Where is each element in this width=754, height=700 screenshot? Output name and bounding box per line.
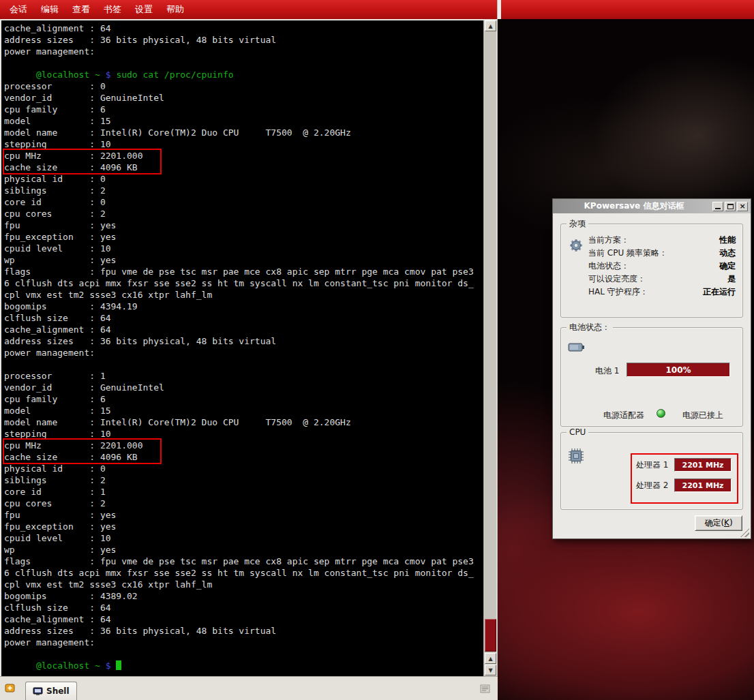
misc-row: HAL 守护程序：正在运行 <box>588 286 736 299</box>
maximize-icon <box>727 204 734 209</box>
terminal-line: address sizes : 36 bits physical, 48 bit… <box>4 625 483 637</box>
terminal-cursor <box>116 660 121 670</box>
misc-value: 性能 <box>719 234 736 246</box>
misc-value: 正在运行 <box>703 286 736 298</box>
terminal-line: 6 clflush dts acpi mmx fxsr sse sse2 ss … <box>4 277 483 289</box>
prompt-symbol: $ <box>100 660 116 671</box>
new-session-button[interactable] <box>2 680 18 697</box>
battery-icon <box>568 340 586 356</box>
tab-label: Shell <box>46 686 70 696</box>
tab-shell[interactable]: Shell <box>25 682 77 700</box>
close-button[interactable]: × <box>737 202 748 211</box>
terminal-line: model name : Intel(R) Core(TM)2 Duo CPU … <box>4 127 483 138</box>
misc-value: 动态 <box>719 247 736 259</box>
terminal-line: model : 15 <box>4 115 483 127</box>
dialog-titlebar[interactable]: KPowersave 信息对话框 × <box>553 199 751 213</box>
terminal-line: power management: <box>4 46 483 57</box>
cpu-freq-bar: 2201 MHz <box>674 478 732 492</box>
menu-item[interactable]: 查看 <box>65 0 97 19</box>
terminal-line: wp : yes <box>4 254 483 266</box>
terminal-line: vendor_id : GenuineIntel <box>4 92 483 104</box>
terminal-line <box>4 57 483 69</box>
terminal-line: fpu_exception : yes <box>4 521 483 532</box>
terminal-line: cpu family : 6 <box>4 393 483 405</box>
misc-row: 当前 CPU 频率策略：动态 <box>588 247 736 260</box>
battery-legend: 电池状态： <box>567 322 613 333</box>
session-list-button[interactable] <box>477 681 494 697</box>
maximize-button[interactable] <box>725 202 736 211</box>
terminal-line: physical id : 0 <box>4 463 483 474</box>
cpu-freq-bar: 2201 MHz <box>674 458 732 472</box>
cpu-group: CPU 处理器 12201 MHz处理器 22201 MHz <box>560 432 743 510</box>
terminal-screen[interactable]: cache_alignment : 64address sizes : 36 b… <box>1 20 483 676</box>
prompt-host: @localhost ~ <box>36 70 100 80</box>
terminal-line: bogomips : 4389.02 <box>4 590 483 602</box>
new-session-icon <box>4 682 16 695</box>
ok-button[interactable]: 确定(K) <box>695 515 742 531</box>
triangle-down-icon: ▼ <box>488 667 492 673</box>
terminal-line: 6 clflush dts acpi mmx fxsr sse sse2 ss … <box>4 567 483 579</box>
misc-label: HAL 守护程序： <box>588 286 648 298</box>
prompt-command: sudo cat /proc/cpuinfo <box>116 70 233 80</box>
menu-item[interactable]: 编辑 <box>34 0 65 19</box>
cpu-legend: CPU <box>567 427 588 438</box>
terminal-line: address sizes : 36 bits physical, 48 bit… <box>4 335 483 347</box>
terminal-line: core id : 0 <box>4 196 483 208</box>
menu-item[interactable]: 会话 <box>3 0 34 19</box>
minimize-icon <box>715 208 721 209</box>
misc-legend: 杂项 <box>567 219 588 229</box>
scrollbar-track[interactable] <box>485 31 496 619</box>
terminal-line: fpu_exception : yes <box>4 231 483 243</box>
kpowersave-dialog: KPowersave 信息对话框 × 杂项 当前方案：性能当前 CPU 频率策略… <box>552 198 751 539</box>
cpu-freq-value: 2201 MHz <box>682 481 724 490</box>
terminal-line: stepping : 10 <box>4 138 483 150</box>
misc-value: 是 <box>727 273 736 285</box>
terminal-line: @localhost ~ $ sudo cat /proc/cpuinfo <box>4 69 483 80</box>
menu-item[interactable]: 书签 <box>97 0 128 19</box>
close-icon: × <box>739 202 745 210</box>
terminal-line: address sizes : 36 bits physical, 48 bit… <box>4 34 483 46</box>
terminal-line: flags : fpu vme de pse tsc msr pae mce c… <box>4 266 483 277</box>
terminal-scrollbar[interactable]: ▲ ▲ ▼ <box>483 20 496 676</box>
terminal-line: siblings : 2 <box>4 474 483 486</box>
menu-item[interactable]: 帮助 <box>160 0 191 19</box>
terminal-line: cpuid level : 10 <box>4 532 483 544</box>
scroll-up-button[interactable]: ▲ <box>485 20 496 31</box>
triangle-up-icon: ▲ <box>488 656 492 662</box>
scrollbar-thumb[interactable] <box>485 619 496 652</box>
prompt-user <box>4 660 36 671</box>
terminal-line: power management: <box>4 347 483 359</box>
ok-label: 确定(K) <box>704 518 732 528</box>
cpu-rows: 处理器 12201 MHz处理器 22201 MHz <box>636 457 732 498</box>
prompt-host: @localhost ~ <box>36 660 100 671</box>
scroll-up-button-bottom[interactable]: ▲ <box>485 653 496 664</box>
minimize-button[interactable] <box>712 202 723 211</box>
terminal-line: wp : yes <box>4 544 483 556</box>
misc-row: 当前方案：性能 <box>588 234 736 247</box>
terminal-line: cache_alignment : 64 <box>4 22 483 34</box>
battery-group: 电池状态： 电池 1 100% 电源适配器 电源已接上 <box>560 327 743 427</box>
terminal-line: stepping : 10 <box>4 428 483 440</box>
terminal-line: model name : Intel(R) Core(TM)2 Duo CPU … <box>4 416 483 428</box>
triangle-up-icon: ▲ <box>488 23 492 29</box>
processor-label: 处理器 2 <box>636 480 672 491</box>
terminal-line: flags : fpu vme de pse tsc msr pae mce c… <box>4 556 483 567</box>
terminal-line: cache size : 4096 KB <box>4 162 160 173</box>
terminal-line: power management: <box>4 637 483 648</box>
adapter-status: 电源已接上 <box>682 410 723 421</box>
misc-rows: 当前方案：性能当前 CPU 频率策略：动态电池状态：确定可以设定亮度：是HAL … <box>588 234 736 299</box>
terminal-line: processor : 1 <box>4 370 483 382</box>
scroll-down-button[interactable]: ▼ <box>485 665 496 675</box>
misc-label: 可以设定亮度： <box>588 273 646 285</box>
terminal-line: cpu cores : 2 <box>4 498 483 509</box>
terminal-line: cpu MHz : 2201.000 <box>4 440 160 451</box>
menu-item[interactable]: 设置 <box>128 0 160 19</box>
cpu-icon <box>568 448 584 467</box>
session-list-icon <box>479 684 492 695</box>
battery-progress-bar: 100% <box>627 363 730 377</box>
terminal-line: cache_alignment : 64 <box>4 324 483 335</box>
misc-label: 当前 CPU 频率策略： <box>588 247 667 259</box>
power-led-icon <box>657 409 665 418</box>
prompt-symbol: $ <box>100 70 116 80</box>
terminal-line: fpu : yes <box>4 509 483 521</box>
